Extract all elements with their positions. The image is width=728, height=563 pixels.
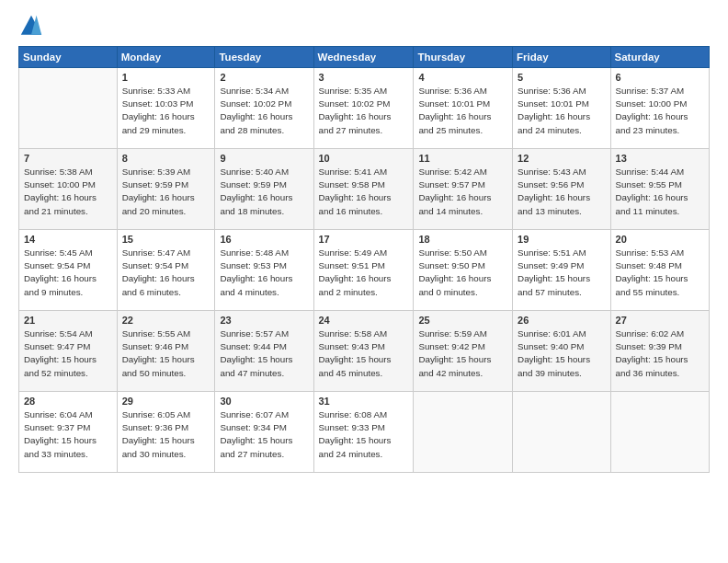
day-number: 7 [24,153,112,164]
day-info: Sunrise: 5:39 AMSunset: 9:59 PMDaylight:… [122,166,210,218]
day-number: 4 [418,72,507,83]
day-info: Sunrise: 5:54 AMSunset: 9:47 PMDaylight:… [24,327,112,380]
day-info: Sunrise: 5:49 AMSunset: 9:51 PMDaylight:… [319,247,409,299]
col-header-friday: Friday [513,47,610,68]
day-cell: 31Sunrise: 6:08 AMSunset: 9:33 PMDayligh… [313,392,414,473]
day-info: Sunrise: 6:04 AMSunset: 9:37 PMDaylight:… [24,408,112,461]
day-cell: 16Sunrise: 5:48 AMSunset: 9:53 PMDayligh… [215,230,313,311]
week-row-3: 14Sunrise: 5:45 AMSunset: 9:54 PMDayligh… [19,230,710,311]
day-number: 30 [220,396,308,407]
day-number: 19 [518,234,605,245]
day-number: 21 [24,315,112,326]
day-info: Sunrise: 6:05 AMSunset: 9:36 PMDaylight:… [122,408,210,461]
col-header-thursday: Thursday [414,47,513,68]
day-info: Sunrise: 5:48 AMSunset: 9:53 PMDaylight:… [220,247,308,299]
day-cell: 12Sunrise: 5:43 AMSunset: 9:56 PMDayligh… [513,149,610,230]
day-number: 16 [220,234,308,245]
day-cell: 19Sunrise: 5:51 AMSunset: 9:49 PMDayligh… [513,230,610,311]
day-cell: 30Sunrise: 6:07 AMSunset: 9:34 PMDayligh… [215,392,313,473]
week-row-2: 7Sunrise: 5:38 AMSunset: 10:00 PMDayligh… [19,149,710,230]
day-info: Sunrise: 5:36 AMSunset: 10:01 PMDaylight… [418,85,507,137]
col-header-tuesday: Tuesday [215,47,313,68]
day-cell: 8Sunrise: 5:39 AMSunset: 9:59 PMDaylight… [117,149,215,230]
day-info: Sunrise: 5:38 AMSunset: 10:00 PMDaylight… [24,166,112,218]
page: SundayMondayTuesdayWednesdayThursdayFrid… [0,0,728,563]
day-cell: 27Sunrise: 6:02 AMSunset: 9:39 PMDayligh… [610,311,709,392]
day-info: Sunrise: 5:50 AMSunset: 9:50 PMDaylight:… [418,247,507,299]
day-info: Sunrise: 5:37 AMSunset: 10:00 PMDaylight… [616,85,704,137]
day-cell: 7Sunrise: 5:38 AMSunset: 10:00 PMDayligh… [19,149,118,230]
day-number: 15 [122,234,210,245]
day-info: Sunrise: 5:44 AMSunset: 9:55 PMDaylight:… [616,166,704,218]
day-cell: 14Sunrise: 5:45 AMSunset: 9:54 PMDayligh… [19,230,118,311]
day-number: 13 [616,153,704,164]
day-cell: 15Sunrise: 5:47 AMSunset: 9:54 PMDayligh… [117,230,215,311]
day-number: 2 [220,72,308,83]
day-cell: 20Sunrise: 5:53 AMSunset: 9:48 PMDayligh… [610,230,709,311]
day-number: 29 [122,396,210,407]
day-info: Sunrise: 5:34 AMSunset: 10:02 PMDaylight… [220,85,308,137]
day-cell: 28Sunrise: 6:04 AMSunset: 9:37 PMDayligh… [19,392,118,473]
day-number: 6 [616,72,704,83]
day-cell: 6Sunrise: 5:37 AMSunset: 10:00 PMDayligh… [610,68,709,149]
day-number: 24 [319,315,409,326]
day-cell: 9Sunrise: 5:40 AMSunset: 9:59 PMDaylight… [215,149,313,230]
day-info: Sunrise: 5:57 AMSunset: 9:44 PMDaylight:… [220,327,308,380]
calendar-header: SundayMondayTuesdayWednesdayThursdayFrid… [19,47,710,68]
day-cell: 22Sunrise: 5:55 AMSunset: 9:46 PMDayligh… [117,311,215,392]
day-number: 3 [319,72,409,83]
day-number: 5 [518,72,605,83]
day-cell: 1Sunrise: 5:33 AMSunset: 10:03 PMDayligh… [117,68,215,149]
day-info: Sunrise: 6:07 AMSunset: 9:34 PMDaylight:… [220,408,308,461]
day-number: 27 [616,315,704,326]
day-cell [610,392,709,473]
day-info: Sunrise: 5:55 AMSunset: 9:46 PMDaylight:… [122,327,210,380]
day-number: 28 [24,396,112,407]
col-header-saturday: Saturday [610,47,709,68]
day-number: 1 [122,72,210,83]
day-info: Sunrise: 5:36 AMSunset: 10:01 PMDaylight… [518,85,605,137]
day-info: Sunrise: 5:58 AMSunset: 9:43 PMDaylight:… [319,327,409,380]
day-number: 9 [220,153,308,164]
calendar-table: SundayMondayTuesdayWednesdayThursdayFrid… [18,46,710,473]
day-number: 25 [418,315,507,326]
day-info: Sunrise: 6:01 AMSunset: 9:40 PMDaylight:… [518,327,605,380]
day-cell [19,68,118,149]
day-info: Sunrise: 5:47 AMSunset: 9:54 PMDaylight:… [122,247,210,299]
day-info: Sunrise: 5:35 AMSunset: 10:02 PMDaylight… [319,85,409,137]
day-cell: 17Sunrise: 5:49 AMSunset: 9:51 PMDayligh… [313,230,414,311]
day-cell: 13Sunrise: 5:44 AMSunset: 9:55 PMDayligh… [610,149,709,230]
day-info: Sunrise: 5:41 AMSunset: 9:58 PMDaylight:… [319,166,409,218]
calendar-body: 1Sunrise: 5:33 AMSunset: 10:03 PMDayligh… [19,68,710,473]
day-cell: 21Sunrise: 5:54 AMSunset: 9:47 PMDayligh… [19,311,118,392]
day-cell: 23Sunrise: 5:57 AMSunset: 9:44 PMDayligh… [215,311,313,392]
day-cell: 25Sunrise: 5:59 AMSunset: 9:42 PMDayligh… [414,311,513,392]
day-cell: 24Sunrise: 5:58 AMSunset: 9:43 PMDayligh… [313,311,414,392]
header-row: SundayMondayTuesdayWednesdayThursdayFrid… [19,47,710,68]
day-info: Sunrise: 5:51 AMSunset: 9:49 PMDaylight:… [518,247,605,299]
day-info: Sunrise: 6:08 AMSunset: 9:33 PMDaylight:… [319,408,409,461]
day-number: 23 [220,315,308,326]
week-row-4: 21Sunrise: 5:54 AMSunset: 9:47 PMDayligh… [19,311,710,392]
col-header-monday: Monday [117,47,215,68]
day-info: Sunrise: 5:33 AMSunset: 10:03 PMDaylight… [122,85,210,137]
day-cell [513,392,610,473]
day-info: Sunrise: 5:45 AMSunset: 9:54 PMDaylight:… [24,247,112,299]
day-cell: 11Sunrise: 5:42 AMSunset: 9:57 PMDayligh… [414,149,513,230]
day-number: 31 [319,396,409,407]
day-info: Sunrise: 6:02 AMSunset: 9:39 PMDaylight:… [616,327,704,380]
day-number: 26 [518,315,605,326]
day-cell: 2Sunrise: 5:34 AMSunset: 10:02 PMDayligh… [215,68,313,149]
day-cell: 3Sunrise: 5:35 AMSunset: 10:02 PMDayligh… [313,68,414,149]
day-number: 22 [122,315,210,326]
day-number: 12 [518,153,605,164]
header [18,17,710,39]
day-cell: 26Sunrise: 6:01 AMSunset: 9:40 PMDayligh… [513,311,610,392]
day-number: 14 [24,234,112,245]
day-info: Sunrise: 5:43 AMSunset: 9:56 PMDaylight:… [518,166,605,218]
day-number: 10 [319,153,409,164]
day-cell: 29Sunrise: 6:05 AMSunset: 9:36 PMDayligh… [117,392,215,473]
day-info: Sunrise: 5:42 AMSunset: 9:57 PMDaylight:… [418,166,507,218]
day-cell: 10Sunrise: 5:41 AMSunset: 9:58 PMDayligh… [313,149,414,230]
day-info: Sunrise: 5:53 AMSunset: 9:48 PMDaylight:… [616,247,704,299]
